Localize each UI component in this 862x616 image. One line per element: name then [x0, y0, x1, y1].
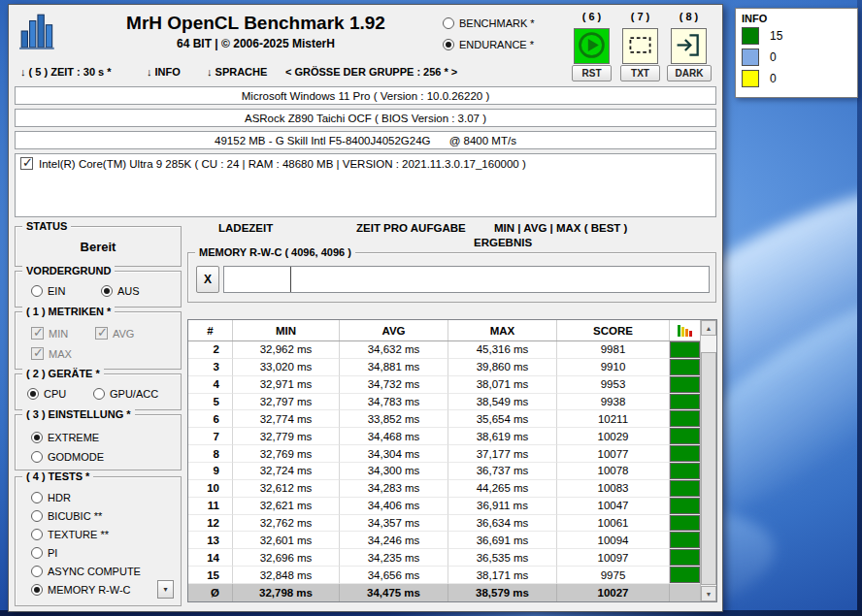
dark-button[interactable]: DARK — [667, 65, 712, 81]
table-row[interactable]: 11 32,621 ms 34,406 ms 36,911 ms 10047 — [188, 498, 700, 515]
benchmark-mode-label: BENCHMARK * — [459, 17, 535, 29]
footer-score: 10027 — [557, 584, 670, 601]
cell-score: 10078 — [557, 463, 670, 480]
txt-button[interactable]: TXT — [620, 65, 660, 81]
table-row[interactable]: 13 32,601 ms 34,246 ms 36,691 ms 10094 — [188, 532, 700, 549]
scroll-thumb[interactable] — [701, 352, 716, 585]
header-avg[interactable]: AVG — [340, 320, 448, 340]
radio-icon — [27, 388, 39, 400]
cell-min: 32,774 ms — [233, 410, 340, 428]
cell-rank: 9 — [188, 463, 233, 480]
extreme-radio[interactable]: EXTREME — [31, 432, 99, 443]
table-row[interactable]: 3 33,020 ms 34,881 ms 39,860 ms 9910 — [188, 359, 700, 376]
run-button[interactable] — [574, 28, 610, 64]
test-texture-radio[interactable]: TEXTURE ** — [31, 529, 109, 540]
cell-rank: 2 — [188, 341, 233, 359]
info-panel: INFO 15 0 0 — [735, 8, 858, 98]
cell-score: 9938 — [557, 394, 670, 411]
cpu-radio[interactable]: CPU — [27, 388, 66, 400]
toolbar-info[interactable]: ↓ INFO — [147, 66, 181, 78]
test-async-compute-radio[interactable]: ASYNC COMPUTE — [31, 566, 141, 577]
table-row[interactable]: 6 32,774 ms 33,852 ms 35,654 ms 10211 — [188, 410, 700, 428]
godmode-label: GODMODE — [48, 451, 104, 463]
benchmark-mode-radio[interactable]: BENCHMARK * — [443, 17, 535, 29]
table-row[interactable]: 5 32,797 ms 34,783 ms 38,549 ms 9938 — [188, 394, 700, 411]
cell-rank: 14 — [188, 549, 233, 567]
device-list-item[interactable]: Intel(R) Core(TM) Ultra 9 285K ( CU : 24… — [20, 157, 526, 170]
header-max[interactable]: MAX — [448, 320, 557, 340]
cell-score: 10077 — [557, 445, 670, 463]
vordergrund-aus-radio[interactable]: AUS — [101, 285, 140, 297]
checkbox-icon — [95, 327, 108, 340]
ladezeit-label: LADEZEIT — [218, 222, 273, 234]
cancel-button[interactable]: X — [196, 266, 219, 293]
test-pi-radio[interactable]: PI — [31, 547, 57, 559]
cell-avg: 34,357 ms — [340, 515, 448, 533]
footer-min: 32,798 ms — [233, 584, 340, 601]
cell-rank: 13 — [188, 532, 233, 549]
test-bicubic-radio[interactable]: BICUBIC ** — [31, 510, 102, 522]
cell-avg: 34,300 ms — [340, 463, 448, 480]
cell-status — [670, 394, 700, 411]
godmode-radio[interactable]: GODMODE — [31, 451, 104, 463]
results-table: # MIN AVG MAX SCORE 2 32,962 ms 34,632 m… — [187, 319, 717, 602]
header-score[interactable]: SCORE — [557, 320, 670, 340]
header-min[interactable]: MIN — [233, 320, 340, 340]
table-row[interactable]: 12 32,762 ms 34,357 ms 36,634 ms 10061 — [188, 515, 700, 533]
cell-status — [670, 376, 700, 394]
cell-status — [670, 445, 700, 463]
tests-group-legend: ( 4 ) TESTS * — [22, 470, 93, 483]
info-counter-list: 15 0 0 — [736, 27, 857, 87]
rst-button[interactable]: RST — [572, 65, 612, 81]
play-icon — [576, 29, 608, 64]
scroll-up-button[interactable]: ▲ — [701, 320, 716, 336]
cell-score: 9975 — [557, 567, 670, 584]
cell-rank: 15 — [188, 567, 233, 584]
scroll-down-button[interactable]: ▼ — [701, 586, 716, 601]
cell-status — [670, 410, 700, 428]
info-counter: 15 — [742, 27, 851, 45]
table-row[interactable]: 4 32,971 ms 34,732 ms 38,071 ms 9953 — [188, 376, 700, 394]
table-row[interactable]: 10 32,612 ms 34,283 ms 44,265 ms 10083 — [188, 480, 700, 498]
cell-min: 32,797 ms — [233, 394, 340, 411]
cell-avg: 34,406 ms — [340, 498, 448, 515]
table-row[interactable]: 2 32,962 ms 34,632 ms 45,316 ms 9981 — [188, 341, 700, 359]
vordergrund-ein-radio[interactable]: EIN — [31, 285, 65, 297]
test-hdr-radio[interactable]: HDR — [31, 492, 71, 503]
cell-avg: 34,656 ms — [340, 567, 448, 584]
memory-test-dropdown-button[interactable]: ▾ — [157, 580, 174, 599]
cell-min: 32,601 ms — [233, 532, 340, 549]
gpu-acc-radio[interactable]: GPU/ACC — [93, 388, 158, 400]
radio-icon — [31, 432, 43, 443]
cell-avg: 34,783 ms — [340, 394, 448, 411]
header-rank[interactable]: # — [188, 320, 233, 340]
cell-status — [670, 567, 700, 584]
radio-icon — [31, 451, 43, 463]
endurance-mode-label: ENDURANCE * — [459, 39, 534, 50]
cell-rank: 12 — [188, 515, 233, 533]
test-memory-rwc-radio[interactable]: MEMORY R-W-C — [31, 584, 131, 596]
dark-mode-button[interactable] — [671, 28, 707, 64]
test-label: BICUBIC ** — [48, 510, 102, 522]
table-row[interactable]: 8 32,769 ms 34,304 ms 37,177 ms 10077 — [188, 445, 700, 463]
endurance-mode-radio[interactable]: ENDURANCE * — [443, 39, 534, 50]
cell-max: 36,691 ms — [448, 532, 557, 549]
toolbar-zeit[interactable]: ↓ ( 5 ) ZEIT : 30 s * — [20, 66, 112, 78]
toolbar-gruppengroesse[interactable]: < GRÖSSE DER GRUPPE : 256 * > — [285, 66, 457, 78]
cell-max: 36,634 ms — [448, 515, 557, 533]
txt-export-button[interactable] — [622, 28, 658, 64]
ergebnis-label: ERGEBNIS — [474, 237, 532, 248]
cell-score: 10211 — [557, 410, 670, 428]
table-row[interactable]: 7 32,779 ms 34,468 ms 38,619 ms 10029 — [188, 428, 700, 445]
desktop: MrH OpenCL Benchmark 1.92 64 BIT | © 200… — [0, 0, 862, 616]
status-cell-fill — [670, 428, 700, 444]
table-row[interactable]: 14 32,696 ms 34,235 ms 36,535 ms 10097 — [188, 549, 700, 567]
cpu-label: CPU — [44, 388, 66, 400]
header-status[interactable] — [670, 320, 700, 340]
table-row[interactable]: 9 32,724 ms 34,300 ms 36,737 ms 10078 — [188, 463, 700, 480]
results-scrollbar[interactable]: ▲ ▼ — [700, 320, 716, 601]
toolbar-sprache[interactable]: ↓ SPRACHE — [207, 66, 267, 78]
vordergrund-group-legend: VORDERGRUND — [22, 265, 115, 277]
device-checkbox[interactable] — [20, 157, 33, 170]
table-row[interactable]: 15 32,848 ms 34,656 ms 38,171 ms 9975 — [188, 567, 700, 584]
